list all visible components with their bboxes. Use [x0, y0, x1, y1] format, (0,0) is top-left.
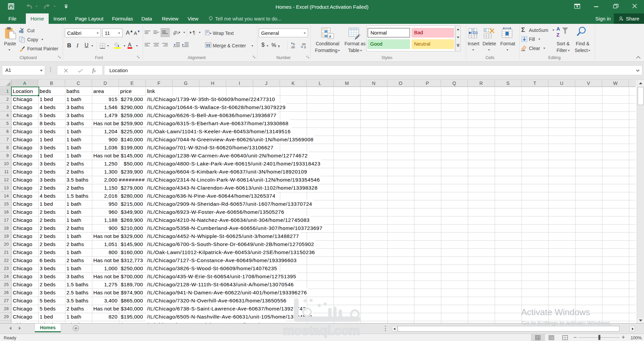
- svg-text:.0: .0: [303, 46, 306, 49]
- svg-text:≠: ≠: [329, 34, 331, 39]
- svg-text:ab: ab: [173, 29, 179, 36]
- svg-text:¶: ¶: [193, 30, 195, 35]
- svg-text:.00: .00: [291, 46, 295, 49]
